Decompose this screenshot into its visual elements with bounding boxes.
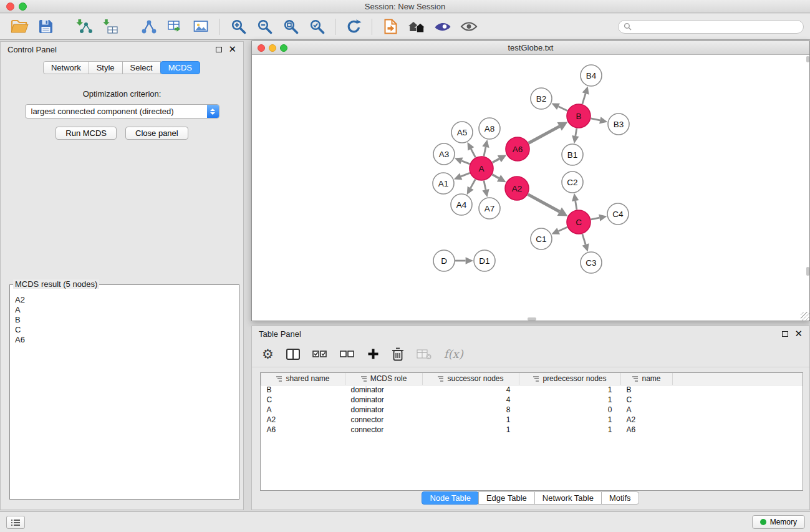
- cell-successor-nodes[interactable]: 4: [423, 395, 519, 405]
- cell-mcds-role[interactable]: dominator: [345, 385, 423, 395]
- graph-node-A[interactable]: A: [470, 157, 493, 180]
- export-network-button[interactable]: [136, 16, 162, 38]
- cell-mcds-role[interactable]: connector: [345, 425, 423, 435]
- cell-successor-nodes[interactable]: 1: [423, 425, 519, 435]
- edge-A2-C[interactable]: [528, 195, 560, 212]
- network-close-button[interactable]: [258, 44, 265, 52]
- save-session-button[interactable]: [32, 16, 59, 38]
- task-history-button[interactable]: [6, 516, 25, 529]
- edge-C-C3[interactable]: [582, 234, 586, 244]
- network-canvas[interactable]: B4B2BB3A5A8A6B1A3AC2A1A2A4A7C4CC1C3DD1: [252, 55, 809, 321]
- edge-B-B1[interactable]: [576, 128, 577, 136]
- criterion-dropdown[interactable]: largest connected component (directed): [25, 104, 219, 118]
- graph-node-A1[interactable]: A1: [433, 173, 454, 194]
- cell-mcds-role[interactable]: connector: [345, 415, 423, 425]
- vertical-scrollbar-thumb[interactable]: [806, 267, 809, 276]
- tab-network-table[interactable]: Network Table: [534, 491, 602, 505]
- float-table-panel-icon[interactable]: [782, 331, 788, 337]
- graph-node-A3[interactable]: A3: [433, 143, 455, 165]
- vertical-scrollbar-thumb-top[interactable]: [806, 56, 809, 62]
- cell-shared-name[interactable]: C: [261, 395, 345, 405]
- memory-button[interactable]: Memory: [752, 515, 805, 529]
- float-panel-icon[interactable]: [216, 47, 222, 52]
- select-all-columns-button[interactable]: [312, 345, 327, 364]
- close-table-panel-icon[interactable]: ✕: [794, 331, 803, 337]
- cell-name[interactable]: A: [621, 405, 673, 415]
- tab-select[interactable]: Select: [122, 61, 161, 74]
- edge-B-B4[interactable]: [582, 94, 586, 104]
- delete-column-button[interactable]: [392, 345, 404, 364]
- column-header-name[interactable]: name: [621, 373, 673, 385]
- table-row[interactable]: Cdominator41C: [261, 395, 803, 405]
- graph-node-B4[interactable]: B4: [581, 65, 602, 86]
- cell-predecessor-nodes[interactable]: 1: [519, 395, 621, 405]
- create-column-button[interactable]: [367, 345, 379, 364]
- graph-node-B[interactable]: B: [567, 104, 591, 128]
- graph-node-D1[interactable]: D1: [474, 250, 495, 271]
- show-hide-details-button[interactable]: [456, 16, 482, 38]
- graph-node-A5[interactable]: A5: [451, 122, 473, 143]
- edge-C-C4[interactable]: [591, 218, 600, 220]
- close-panel-button[interactable]: Close panel: [125, 127, 188, 140]
- column-header-predecessor-nodes[interactable]: predecessor nodes: [519, 373, 621, 385]
- tab-node-table[interactable]: Node Table: [422, 491, 479, 505]
- import-network-button[interactable]: [71, 16, 97, 38]
- cell-name[interactable]: B: [621, 385, 673, 395]
- graph-node-B2[interactable]: B2: [531, 88, 552, 109]
- table-row[interactable]: Adominator80A: [261, 405, 803, 415]
- network-minimize-button[interactable]: [269, 44, 276, 52]
- delete-table-button[interactable]: [417, 345, 432, 364]
- zoom-in-button[interactable]: [225, 16, 251, 38]
- refresh-view-button[interactable]: [340, 16, 367, 38]
- cell-shared-name[interactable]: A: [261, 405, 345, 415]
- show-columns-button[interactable]: [286, 345, 300, 364]
- zoom-fit-button[interactable]: [277, 16, 304, 38]
- graph-node-A2[interactable]: A2: [505, 177, 529, 200]
- close-window-button[interactable]: [6, 2, 14, 11]
- window-resize-grip[interactable]: [801, 312, 809, 321]
- graph-node-B3[interactable]: B3: [608, 114, 629, 135]
- graph-node-C4[interactable]: C4: [607, 203, 629, 225]
- graph-node-C3[interactable]: C3: [581, 252, 602, 273]
- network-window-titlebar[interactable]: testGlobe.txt: [252, 41, 809, 55]
- cell-mcds-role[interactable]: dominator: [345, 405, 423, 415]
- home-button[interactable]: [403, 16, 430, 38]
- edge-A-A6[interactable]: [493, 159, 499, 163]
- open-session-button[interactable]: [6, 16, 32, 38]
- network-zoom-button[interactable]: [280, 44, 287, 52]
- cell-successor-nodes[interactable]: 1: [423, 415, 519, 425]
- graph-node-C1[interactable]: C1: [531, 228, 552, 249]
- tab-mcds[interactable]: MCDS: [160, 61, 200, 74]
- edge-A-A1[interactable]: [461, 173, 470, 177]
- cell-predecessor-nodes[interactable]: 0: [519, 405, 621, 415]
- apply-style-button[interactable]: [430, 16, 456, 38]
- cell-mcds-role[interactable]: dominator: [345, 395, 423, 405]
- graph-node-A8[interactable]: A8: [479, 118, 500, 139]
- cell-shared-name[interactable]: B: [261, 385, 345, 395]
- column-header-successor-nodes[interactable]: successor nodes: [423, 373, 519, 385]
- tab-motifs[interactable]: Motifs: [601, 491, 639, 505]
- graph-node-C[interactable]: C: [567, 210, 591, 234]
- edge-A-A3[interactable]: [461, 161, 470, 164]
- table-row[interactable]: Bdominator41B: [261, 385, 803, 395]
- edge-B-B3[interactable]: [591, 118, 600, 120]
- import-table-button[interactable]: [97, 16, 123, 38]
- close-panel-icon[interactable]: ✕: [228, 46, 236, 52]
- cell-name[interactable]: A6: [621, 425, 673, 435]
- tab-style[interactable]: Style: [89, 61, 123, 74]
- run-mcds-button[interactable]: Run MCDS: [55, 127, 117, 140]
- titlebar[interactable]: Session: New Session: [0, 0, 810, 13]
- graph-node-A6[interactable]: A6: [506, 137, 529, 161]
- zoom-selected-button[interactable]: [304, 16, 330, 38]
- horizontal-scrollbar-thumb[interactable]: [528, 317, 536, 321]
- column-header-shared-name[interactable]: shared name: [261, 373, 345, 385]
- cell-successor-nodes[interactable]: 4: [423, 385, 519, 395]
- tab-edge-table[interactable]: Edge Table: [478, 491, 535, 505]
- deselect-all-columns-button[interactable]: [340, 345, 355, 364]
- table-row[interactable]: A2connector11A2: [261, 415, 803, 425]
- cell-name[interactable]: A2: [621, 415, 673, 425]
- zoom-out-button[interactable]: [251, 16, 277, 38]
- export-table-button[interactable]: [162, 16, 188, 38]
- table-settings-button[interactable]: ⚙: [262, 345, 274, 364]
- edge-A-A8[interactable]: [484, 147, 486, 157]
